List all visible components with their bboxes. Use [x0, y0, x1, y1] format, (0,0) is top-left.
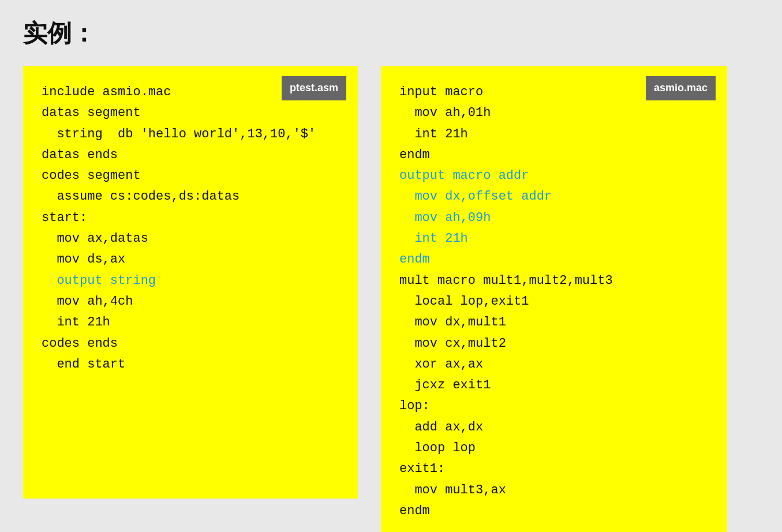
code-line: output string [42, 271, 339, 291]
code-line: mov ds,ax [42, 249, 339, 270]
code-line: mov ah,4ch [42, 291, 339, 312]
code-line: xor ax,ax [399, 354, 709, 375]
code-line: int 21h [399, 228, 709, 249]
code-line: start: [42, 208, 339, 228]
code-line: lop: [399, 396, 709, 417]
code-line: mov cx,mult2 [399, 334, 709, 354]
code-line: endm [399, 501, 709, 522]
right-code-content: input macro mov ah,01h int 21hendmoutput… [399, 82, 709, 522]
code-line: end start [42, 354, 339, 375]
code-line: codes segment [42, 166, 339, 186]
code-line: datas ends [42, 145, 339, 166]
code-line: int 21h [399, 124, 709, 145]
left-badge: ptest.asm [282, 76, 346, 100]
left-code-box: ptest.asm include asmio.macdatas segment… [23, 66, 358, 499]
code-line: output macro addr [399, 166, 709, 186]
right-badge: asmio.mac [646, 76, 716, 100]
code-line: mov ah,09h [399, 208, 709, 228]
code-line: add ax,dx [399, 417, 709, 438]
code-line: mov ax,datas [42, 228, 339, 249]
content-area: ptest.asm include asmio.macdatas segment… [23, 66, 759, 532]
code-line: mov dx,offset addr [399, 186, 709, 207]
code-line: endm [399, 145, 709, 166]
code-line: loop lop [399, 438, 709, 459]
code-line: assume cs:codes,ds:datas [42, 186, 339, 207]
code-line: exit1: [399, 459, 709, 479]
code-line: int 21h [42, 312, 339, 333]
left-code-content: include asmio.macdatas segment string db… [42, 82, 339, 375]
code-line: datas segment [42, 103, 339, 123]
right-code-box: asmio.mac input macro mov ah,01h int 21h… [381, 66, 727, 532]
code-line: jcxz exit1 [399, 375, 709, 396]
code-line: mov mult3,ax [399, 480, 709, 501]
page-title: 实例： [23, 17, 759, 50]
code-line: mult macro mult1,mult2,mult3 [399, 271, 709, 291]
code-line: mov ah,01h [399, 103, 709, 123]
code-line: string db 'hello world',13,10,'$' [42, 124, 339, 145]
code-line: mov dx,mult1 [399, 312, 709, 333]
code-line: endm [399, 249, 709, 270]
code-line: local lop,exit1 [399, 291, 709, 312]
code-line: codes ends [42, 334, 339, 354]
